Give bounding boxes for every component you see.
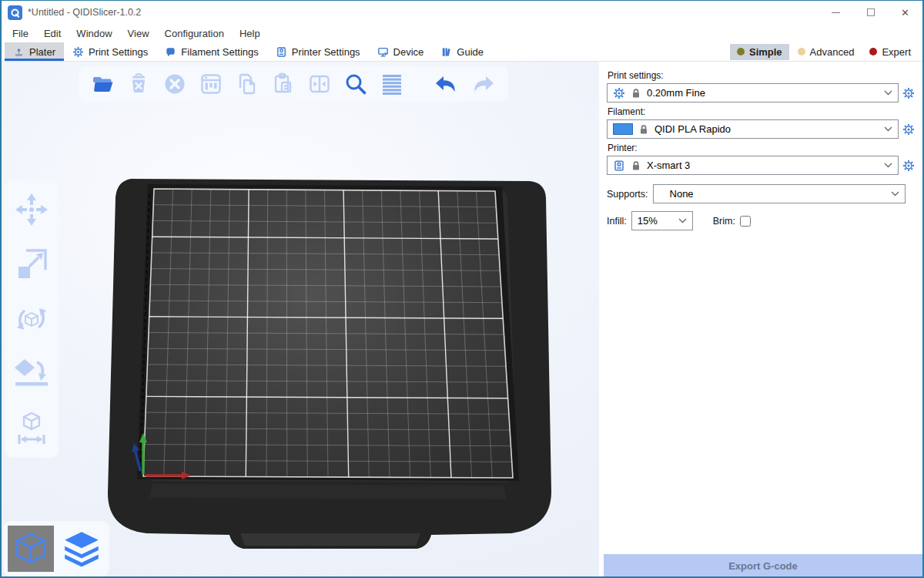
tab-bar: Plater Print Settings Filament Settings … bbox=[2, 42, 922, 62]
redo-button[interactable] bbox=[470, 71, 497, 97]
scale-gizmo-button[interactable] bbox=[14, 247, 49, 282]
mode-expert[interactable]: Expert bbox=[862, 44, 918, 60]
delete-all-button[interactable] bbox=[162, 71, 188, 97]
measure-gizmo-button[interactable] bbox=[14, 411, 49, 446]
layers-button[interactable] bbox=[379, 71, 405, 97]
printer-combo[interactable]: X-smart 3 bbox=[607, 156, 899, 175]
advanced-mode-dot-icon bbox=[798, 48, 805, 55]
rotate-icon bbox=[14, 301, 49, 337]
export-gcode-button[interactable]: Export G-code bbox=[604, 554, 922, 578]
simple-mode-dot-icon bbox=[737, 48, 745, 55]
bed-front-band bbox=[149, 484, 507, 499]
layers-list-icon bbox=[379, 71, 405, 97]
device-icon bbox=[377, 46, 389, 58]
printer-value: X-smart 3 bbox=[647, 160, 690, 171]
supports-value: None bbox=[659, 188, 694, 200]
maximize-button[interactable] bbox=[853, 1, 888, 24]
print-settings-gear-icon bbox=[72, 46, 84, 58]
close-button[interactable]: ✕ bbox=[888, 1, 922, 24]
rotate-gizmo-button[interactable] bbox=[14, 301, 49, 337]
window-controls: ✕ bbox=[819, 1, 922, 24]
tab-printer-settings[interactable]: Printer Settings bbox=[267, 42, 369, 61]
place-on-face-gizmo-button[interactable] bbox=[14, 356, 49, 391]
filament-value: QIDI PLA Rapido bbox=[654, 123, 731, 135]
open-button[interactable] bbox=[89, 71, 116, 97]
view-mode-toggles bbox=[3, 521, 109, 576]
tab-filament-settings[interactable]: Filament Settings bbox=[156, 42, 266, 61]
title-bar: *Untitled - QIDISlicer-1.0.2 ✕ bbox=[2, 1, 922, 24]
filament-combo[interactable]: QIDI PLA Rapido bbox=[607, 119, 899, 139]
lock-icon bbox=[631, 160, 641, 171]
split-objects-icon bbox=[306, 71, 333, 97]
search-icon bbox=[343, 71, 369, 97]
tab-plater[interactable]: Plater bbox=[5, 42, 64, 61]
redo-icon bbox=[470, 71, 497, 97]
gear-icon bbox=[902, 123, 915, 136]
gizmo-toolbar bbox=[5, 180, 59, 458]
supports-combo[interactable]: None bbox=[653, 184, 906, 203]
gear-icon bbox=[902, 87, 915, 99]
split-objects-button[interactable] bbox=[306, 71, 333, 97]
printer-label: Printer: bbox=[608, 143, 915, 153]
print-settings-combo[interactable]: 0.20mm Fine bbox=[607, 83, 899, 102]
plater-toolbar bbox=[79, 66, 508, 102]
edit-print-settings-button[interactable] bbox=[902, 87, 915, 99]
print-bed-3d-model[interactable] bbox=[2, 62, 599, 578]
infill-label: Infill: bbox=[607, 216, 627, 227]
paste-icon bbox=[270, 71, 296, 97]
delete-button[interactable] bbox=[126, 71, 152, 97]
infill-value: 15% bbox=[638, 215, 658, 227]
search-button[interactable] bbox=[343, 71, 369, 97]
chevron-down-icon bbox=[884, 163, 892, 168]
menu-window[interactable]: Window bbox=[69, 24, 119, 42]
app-window: *Untitled - QIDISlicer-1.0.2 ✕ File Edit… bbox=[0, 0, 924, 578]
brim-label: Brim: bbox=[713, 216, 735, 227]
lock-icon bbox=[639, 124, 648, 135]
expert-mode-dot-icon bbox=[869, 48, 877, 55]
guide-icon bbox=[440, 46, 452, 58]
menu-file[interactable]: File bbox=[5, 24, 36, 42]
menu-view[interactable]: View bbox=[120, 24, 157, 42]
edit-filament-button[interactable] bbox=[902, 123, 915, 136]
3d-editor-icon bbox=[12, 529, 50, 568]
close-icon: ✕ bbox=[901, 8, 909, 18]
window-title: *Untitled - QIDISlicer-1.0.2 bbox=[28, 7, 819, 18]
delete-trash-icon bbox=[126, 71, 152, 97]
preset-gear-icon bbox=[613, 87, 625, 99]
arrange-button[interactable] bbox=[198, 71, 224, 97]
menu-bar: File Edit Window View Configuration Help bbox=[2, 24, 922, 42]
scale-icon bbox=[14, 247, 49, 282]
printer-settings-icon bbox=[276, 46, 287, 58]
move-gizmo-button[interactable] bbox=[14, 192, 49, 227]
tab-device[interactable]: Device bbox=[369, 42, 433, 61]
tab-print-settings[interactable]: Print Settings bbox=[64, 42, 156, 61]
chevron-down-icon bbox=[884, 126, 892, 132]
chevron-down-icon bbox=[678, 218, 687, 223]
edit-printer-button[interactable] bbox=[902, 160, 915, 172]
chevron-down-icon bbox=[884, 90, 892, 96]
mode-simple[interactable]: Simple bbox=[730, 44, 789, 60]
settings-sidebar: Print settings: 0.20mm Fine Filament: QI… bbox=[599, 62, 922, 578]
menu-help[interactable]: Help bbox=[232, 24, 268, 42]
brim-checkbox[interactable] bbox=[740, 216, 751, 227]
editor-view-button[interactable] bbox=[8, 526, 54, 572]
paste-button[interactable] bbox=[270, 71, 296, 97]
minimize-button[interactable] bbox=[819, 1, 853, 24]
app-logo-icon bbox=[8, 5, 22, 20]
menu-edit[interactable]: Edit bbox=[36, 24, 69, 42]
infill-combo[interactable]: 15% bbox=[631, 211, 693, 230]
mode-advanced[interactable]: Advanced bbox=[791, 44, 862, 60]
content-area: Print settings: 0.20mm Fine Filament: QI… bbox=[2, 62, 922, 578]
plater-icon bbox=[13, 46, 25, 58]
open-folder-icon bbox=[89, 71, 116, 97]
tab-guide[interactable]: Guide bbox=[432, 42, 492, 61]
menu-configuration[interactable]: Configuration bbox=[157, 24, 232, 42]
gear-icon bbox=[902, 160, 915, 172]
arrange-icon bbox=[198, 71, 224, 97]
preview-layers-icon bbox=[62, 529, 102, 569]
plater-3d-viewport[interactable] bbox=[2, 62, 599, 578]
print-settings-label: Print settings: bbox=[608, 70, 915, 81]
undo-button[interactable] bbox=[432, 71, 460, 97]
preview-view-button[interactable] bbox=[62, 529, 102, 569]
copy-button[interactable] bbox=[234, 71, 260, 97]
